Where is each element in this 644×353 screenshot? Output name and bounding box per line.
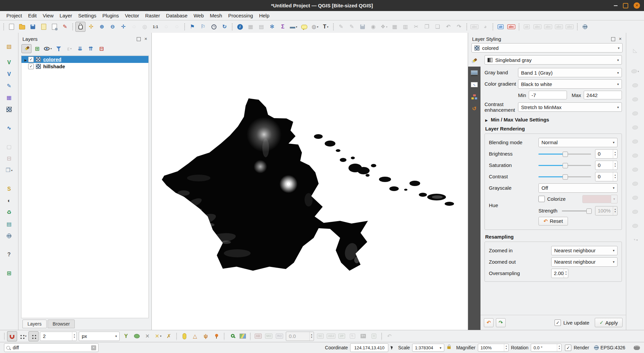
add-vector-layer-icon[interactable]: V	[3, 58, 15, 68]
add-mesh-layer-icon[interactable]: ▦	[3, 93, 15, 103]
saturation-spinbox[interactable]: 0	[595, 161, 618, 170]
contrast-slider[interactable]	[538, 173, 591, 180]
dropdown-arrow-icon[interactable]	[113, 334, 119, 338]
map-preview-icon[interactable]	[238, 331, 248, 341]
blending-mode-select[interactable]: Normal	[538, 138, 618, 147]
new-shapefile-layer-icon[interactable]: V	[3, 69, 15, 79]
elevation-profile-icon[interactable]: ∿	[3, 123, 15, 133]
coordinate-input[interactable]	[350, 343, 388, 352]
filter-legend-icon[interactable]	[54, 44, 64, 53]
digitize-annotation-icon[interactable]: ✎	[3, 81, 15, 91]
add-group-icon[interactable]: ⊞	[32, 44, 42, 53]
contrast-enhancement-select[interactable]: Stretch to MinMax	[518, 102, 622, 112]
layer-labeling-icon[interactable]: ab	[496, 22, 506, 32]
mouse-position-icon[interactable]	[391, 345, 394, 350]
spin-buttons-icon[interactable]	[613, 172, 617, 181]
zoom-full-icon[interactable]: ✛	[118, 22, 128, 32]
oversampling-spinbox[interactable]: 2.00	[551, 269, 568, 278]
clear-search-icon[interactable]	[91, 345, 96, 350]
tracing-icon[interactable]	[179, 331, 189, 341]
close-panel-icon[interactable]	[143, 37, 148, 41]
spin-buttons-icon[interactable]	[613, 150, 617, 158]
render-type-select[interactable]: Singleband gray	[485, 55, 622, 65]
pan-map-icon[interactable]	[75, 22, 85, 32]
measure-icon[interactable]: ▬▾	[288, 22, 299, 32]
processing-toolbox-icon[interactable]: ✻	[267, 22, 277, 32]
processing-history-icon[interactable]: ♻	[3, 207, 15, 217]
histogram-tab-icon[interactable]	[468, 79, 480, 91]
snapping-type-icon[interactable]	[28, 331, 39, 341]
layer-row-hillshade[interactable]: hillshade	[21, 63, 148, 70]
transparency-tab-icon[interactable]	[468, 67, 480, 79]
symbology-tab-icon[interactable]	[468, 55, 480, 67]
zoom-out-icon[interactable]: ⊖	[108, 22, 118, 32]
close-icon[interactable]	[634, 2, 640, 9]
menu-raster[interactable]: Raster	[142, 12, 163, 19]
zoom-level-icon[interactable]	[227, 331, 237, 341]
close-panel-icon[interactable]	[618, 37, 623, 41]
new-bookmark-icon[interactable]: ⚑	[187, 22, 197, 32]
colorize-checkbox[interactable]	[538, 196, 545, 202]
topological-editing-icon[interactable]: Y	[121, 331, 131, 341]
map-tips-icon[interactable]	[299, 22, 309, 32]
map-canvas[interactable]	[152, 33, 468, 330]
save-project-icon[interactable]	[28, 22, 38, 32]
style-redo-button[interactable]	[496, 318, 506, 327]
scale-combo[interactable]: 1:378304	[412, 344, 444, 352]
render-checkbox[interactable]	[565, 345, 571, 351]
gray-band-select[interactable]: Band 1 (Gray)	[518, 68, 622, 77]
allow-overlap-icon[interactable]	[132, 331, 142, 341]
manage-map-themes-icon[interactable]: ▾	[43, 44, 53, 53]
collapse-all-icon[interactable]: ⇈	[86, 44, 96, 53]
live-update-checkbox[interactable]	[555, 320, 561, 326]
trace-offset-icon[interactable]: △	[190, 331, 200, 341]
layer-tools-icon[interactable]: ❐▾	[3, 165, 15, 175]
new-virtual-layer-icon[interactable]: ⊞	[3, 268, 15, 278]
zoomed-in-select[interactable]: Nearest neighbour	[551, 246, 618, 255]
new-print-layout-icon[interactable]	[39, 22, 49, 32]
minmax-settings-toggle[interactable]: Min / Max Value Settings	[485, 117, 622, 122]
maximize-icon[interactable]	[623, 3, 628, 8]
avoid-intersections-icon[interactable]: ✕▾	[153, 331, 163, 341]
spin-buttons-icon[interactable]	[504, 344, 508, 351]
saturation-slider[interactable]	[538, 162, 591, 169]
trace-angle-icon[interactable]: ψ	[201, 331, 211, 341]
locator-search[interactable]	[4, 343, 99, 352]
menu-settings[interactable]: Settings	[75, 12, 99, 19]
remove-layer-icon[interactable]: ⊟	[96, 44, 107, 53]
menu-help[interactable]: Help	[256, 12, 272, 19]
osm-place-search-icon[interactable]	[3, 231, 15, 241]
crs-status[interactable]: EPSG:4326	[600, 345, 625, 350]
contrast-spinbox[interactable]: 0	[595, 172, 618, 181]
zoomed-out-select[interactable]: Nearest neighbour	[551, 257, 618, 267]
identify-features-icon[interactable]	[235, 22, 245, 32]
rotation-spinbox[interactable]: 0.0 °	[531, 344, 562, 352]
color-dropdown-button[interactable]	[611, 195, 618, 203]
style-undo-button[interactable]	[484, 318, 494, 327]
lock-scale-icon[interactable]	[447, 346, 451, 349]
spin-buttons-icon[interactable]	[564, 269, 568, 278]
snapping-intersection-icon[interactable]: ✕	[142, 331, 152, 341]
data-source-manager-icon[interactable]: ▧	[3, 41, 15, 52]
menu-web[interactable]: Web	[191, 12, 207, 19]
menu-mesh[interactable]: Mesh	[207, 12, 225, 19]
messages-icon[interactable]	[634, 346, 640, 350]
menu-database[interactable]: Database	[163, 12, 190, 19]
locator-input[interactable]	[12, 345, 89, 351]
menu-view[interactable]: View	[40, 12, 57, 19]
float-panel-icon[interactable]	[137, 37, 141, 41]
layout-manager-icon[interactable]	[49, 22, 59, 32]
statistics-icon[interactable]: Σ	[278, 22, 288, 32]
snapping-units-combo[interactable]: px	[79, 332, 120, 341]
refresh-icon[interactable]: ↻	[219, 22, 230, 32]
spin-buttons-icon[interactable]	[72, 332, 76, 341]
open-layer-styling-icon[interactable]	[21, 44, 31, 53]
menu-project[interactable]: Project	[3, 12, 25, 19]
add-raster-layer-icon[interactable]	[3, 104, 15, 114]
grayscale-select[interactable]: Off	[538, 183, 618, 193]
reset-button[interactable]: Reset	[538, 217, 568, 226]
magnifier-spinbox[interactable]: 100%	[478, 344, 509, 352]
color-gradient-select[interactable]: Black to white	[518, 79, 622, 89]
max-input[interactable]: 2442	[584, 91, 622, 99]
brightness-spinbox[interactable]: 0	[595, 149, 618, 159]
